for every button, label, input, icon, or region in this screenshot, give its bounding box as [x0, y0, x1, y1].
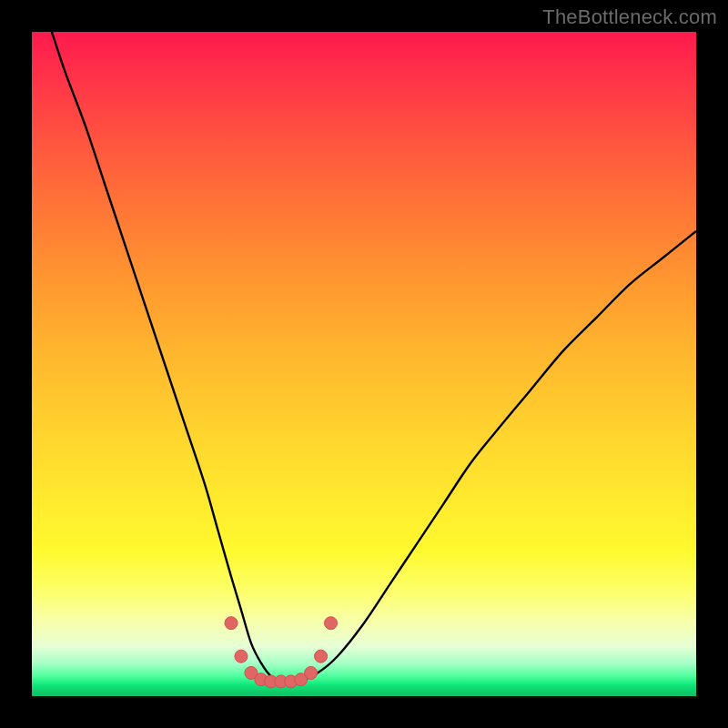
chart-svg: [32, 32, 696, 696]
marker-group: [225, 617, 338, 688]
watermark-text: TheBottleneck.com: [542, 5, 717, 29]
data-marker: [235, 650, 248, 662]
chart-frame: TheBottleneck.com: [0, 0, 728, 728]
curve-group: [52, 32, 696, 682]
data-marker: [325, 617, 338, 630]
data-marker: [225, 617, 238, 630]
data-marker: [305, 666, 318, 679]
plot-area: [32, 32, 696, 696]
bottleneck-curve: [52, 32, 696, 682]
data-marker: [315, 650, 328, 662]
